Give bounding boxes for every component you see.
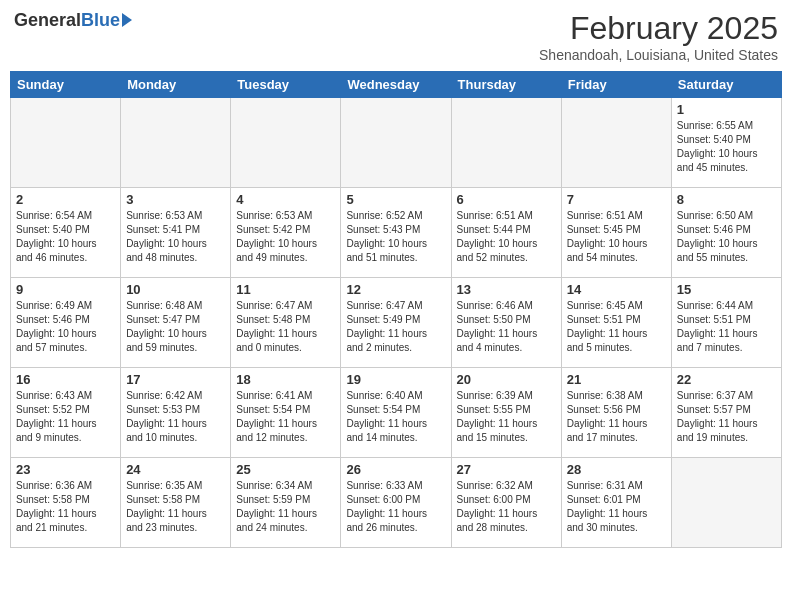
calendar-cell: 17Sunrise: 6:42 AM Sunset: 5:53 PM Dayli… bbox=[121, 368, 231, 458]
day-info: Sunrise: 6:39 AM Sunset: 5:55 PM Dayligh… bbox=[457, 389, 556, 445]
day-info: Sunrise: 6:41 AM Sunset: 5:54 PM Dayligh… bbox=[236, 389, 335, 445]
calendar-cell: 13Sunrise: 6:46 AM Sunset: 5:50 PM Dayli… bbox=[451, 278, 561, 368]
day-number: 19 bbox=[346, 372, 445, 387]
calendar-week-row: 1Sunrise: 6:55 AM Sunset: 5:40 PM Daylig… bbox=[11, 98, 782, 188]
day-number: 12 bbox=[346, 282, 445, 297]
day-info: Sunrise: 6:53 AM Sunset: 5:42 PM Dayligh… bbox=[236, 209, 335, 265]
calendar-cell: 2Sunrise: 6:54 AM Sunset: 5:40 PM Daylig… bbox=[11, 188, 121, 278]
calendar-header-row: SundayMondayTuesdayWednesdayThursdayFrid… bbox=[11, 72, 782, 98]
day-info: Sunrise: 6:54 AM Sunset: 5:40 PM Dayligh… bbox=[16, 209, 115, 265]
day-number: 1 bbox=[677, 102, 776, 117]
day-number: 11 bbox=[236, 282, 335, 297]
calendar-cell bbox=[11, 98, 121, 188]
day-number: 17 bbox=[126, 372, 225, 387]
day-number: 2 bbox=[16, 192, 115, 207]
calendar-cell: 23Sunrise: 6:36 AM Sunset: 5:58 PM Dayli… bbox=[11, 458, 121, 548]
day-number: 21 bbox=[567, 372, 666, 387]
day-number: 6 bbox=[457, 192, 556, 207]
calendar-cell: 4Sunrise: 6:53 AM Sunset: 5:42 PM Daylig… bbox=[231, 188, 341, 278]
calendar-cell: 26Sunrise: 6:33 AM Sunset: 6:00 PM Dayli… bbox=[341, 458, 451, 548]
day-number: 20 bbox=[457, 372, 556, 387]
day-number: 28 bbox=[567, 462, 666, 477]
day-number: 24 bbox=[126, 462, 225, 477]
calendar-cell: 24Sunrise: 6:35 AM Sunset: 5:58 PM Dayli… bbox=[121, 458, 231, 548]
calendar-cell: 22Sunrise: 6:37 AM Sunset: 5:57 PM Dayli… bbox=[671, 368, 781, 458]
day-number: 26 bbox=[346, 462, 445, 477]
calendar-week-row: 23Sunrise: 6:36 AM Sunset: 5:58 PM Dayli… bbox=[11, 458, 782, 548]
day-info: Sunrise: 6:36 AM Sunset: 5:58 PM Dayligh… bbox=[16, 479, 115, 535]
day-info: Sunrise: 6:44 AM Sunset: 5:51 PM Dayligh… bbox=[677, 299, 776, 355]
calendar-cell: 11Sunrise: 6:47 AM Sunset: 5:48 PM Dayli… bbox=[231, 278, 341, 368]
day-info: Sunrise: 6:38 AM Sunset: 5:56 PM Dayligh… bbox=[567, 389, 666, 445]
day-number: 15 bbox=[677, 282, 776, 297]
day-info: Sunrise: 6:32 AM Sunset: 6:00 PM Dayligh… bbox=[457, 479, 556, 535]
calendar-cell: 20Sunrise: 6:39 AM Sunset: 5:55 PM Dayli… bbox=[451, 368, 561, 458]
calendar-cell: 9Sunrise: 6:49 AM Sunset: 5:46 PM Daylig… bbox=[11, 278, 121, 368]
weekday-header: Thursday bbox=[451, 72, 561, 98]
day-number: 8 bbox=[677, 192, 776, 207]
logo: General Blue bbox=[14, 10, 132, 31]
calendar-cell: 8Sunrise: 6:50 AM Sunset: 5:46 PM Daylig… bbox=[671, 188, 781, 278]
weekday-header: Saturday bbox=[671, 72, 781, 98]
day-info: Sunrise: 6:45 AM Sunset: 5:51 PM Dayligh… bbox=[567, 299, 666, 355]
calendar-cell: 21Sunrise: 6:38 AM Sunset: 5:56 PM Dayli… bbox=[561, 368, 671, 458]
logo-blue-text: Blue bbox=[81, 10, 120, 31]
calendar-week-row: 16Sunrise: 6:43 AM Sunset: 5:52 PM Dayli… bbox=[11, 368, 782, 458]
day-info: Sunrise: 6:50 AM Sunset: 5:46 PM Dayligh… bbox=[677, 209, 776, 265]
calendar-cell: 15Sunrise: 6:44 AM Sunset: 5:51 PM Dayli… bbox=[671, 278, 781, 368]
day-number: 9 bbox=[16, 282, 115, 297]
day-number: 13 bbox=[457, 282, 556, 297]
day-number: 4 bbox=[236, 192, 335, 207]
weekday-header: Friday bbox=[561, 72, 671, 98]
day-number: 7 bbox=[567, 192, 666, 207]
calendar-cell: 7Sunrise: 6:51 AM Sunset: 5:45 PM Daylig… bbox=[561, 188, 671, 278]
weekday-header: Monday bbox=[121, 72, 231, 98]
day-number: 27 bbox=[457, 462, 556, 477]
day-number: 22 bbox=[677, 372, 776, 387]
calendar-cell: 14Sunrise: 6:45 AM Sunset: 5:51 PM Dayli… bbox=[561, 278, 671, 368]
calendar-cell: 27Sunrise: 6:32 AM Sunset: 6:00 PM Dayli… bbox=[451, 458, 561, 548]
day-info: Sunrise: 6:47 AM Sunset: 5:49 PM Dayligh… bbox=[346, 299, 445, 355]
day-info: Sunrise: 6:51 AM Sunset: 5:45 PM Dayligh… bbox=[567, 209, 666, 265]
day-info: Sunrise: 6:47 AM Sunset: 5:48 PM Dayligh… bbox=[236, 299, 335, 355]
logo-arrow-icon bbox=[122, 13, 132, 27]
calendar-cell: 19Sunrise: 6:40 AM Sunset: 5:54 PM Dayli… bbox=[341, 368, 451, 458]
calendar-cell bbox=[231, 98, 341, 188]
calendar-cell bbox=[671, 458, 781, 548]
day-info: Sunrise: 6:53 AM Sunset: 5:41 PM Dayligh… bbox=[126, 209, 225, 265]
calendar-cell bbox=[451, 98, 561, 188]
day-info: Sunrise: 6:52 AM Sunset: 5:43 PM Dayligh… bbox=[346, 209, 445, 265]
day-number: 14 bbox=[567, 282, 666, 297]
day-number: 23 bbox=[16, 462, 115, 477]
day-info: Sunrise: 6:48 AM Sunset: 5:47 PM Dayligh… bbox=[126, 299, 225, 355]
calendar-cell: 5Sunrise: 6:52 AM Sunset: 5:43 PM Daylig… bbox=[341, 188, 451, 278]
page-header: General Blue February 2025 Shenandoah, L… bbox=[10, 10, 782, 63]
calendar-cell bbox=[121, 98, 231, 188]
logo-general-text: General bbox=[14, 10, 81, 31]
calendar-cell: 16Sunrise: 6:43 AM Sunset: 5:52 PM Dayli… bbox=[11, 368, 121, 458]
day-info: Sunrise: 6:49 AM Sunset: 5:46 PM Dayligh… bbox=[16, 299, 115, 355]
day-info: Sunrise: 6:55 AM Sunset: 5:40 PM Dayligh… bbox=[677, 119, 776, 175]
calendar-cell: 10Sunrise: 6:48 AM Sunset: 5:47 PM Dayli… bbox=[121, 278, 231, 368]
day-info: Sunrise: 6:51 AM Sunset: 5:44 PM Dayligh… bbox=[457, 209, 556, 265]
calendar-cell: 28Sunrise: 6:31 AM Sunset: 6:01 PM Dayli… bbox=[561, 458, 671, 548]
calendar-cell: 12Sunrise: 6:47 AM Sunset: 5:49 PM Dayli… bbox=[341, 278, 451, 368]
day-number: 3 bbox=[126, 192, 225, 207]
location-title: Shenandoah, Louisiana, United States bbox=[539, 47, 778, 63]
calendar-cell bbox=[341, 98, 451, 188]
weekday-header: Sunday bbox=[11, 72, 121, 98]
day-info: Sunrise: 6:34 AM Sunset: 5:59 PM Dayligh… bbox=[236, 479, 335, 535]
calendar-cell: 1Sunrise: 6:55 AM Sunset: 5:40 PM Daylig… bbox=[671, 98, 781, 188]
calendar-week-row: 9Sunrise: 6:49 AM Sunset: 5:46 PM Daylig… bbox=[11, 278, 782, 368]
weekday-header: Wednesday bbox=[341, 72, 451, 98]
calendar-cell: 25Sunrise: 6:34 AM Sunset: 5:59 PM Dayli… bbox=[231, 458, 341, 548]
day-info: Sunrise: 6:31 AM Sunset: 6:01 PM Dayligh… bbox=[567, 479, 666, 535]
day-info: Sunrise: 6:35 AM Sunset: 5:58 PM Dayligh… bbox=[126, 479, 225, 535]
title-block: February 2025 Shenandoah, Louisiana, Uni… bbox=[539, 10, 778, 63]
day-number: 10 bbox=[126, 282, 225, 297]
day-number: 5 bbox=[346, 192, 445, 207]
day-info: Sunrise: 6:37 AM Sunset: 5:57 PM Dayligh… bbox=[677, 389, 776, 445]
calendar-cell: 3Sunrise: 6:53 AM Sunset: 5:41 PM Daylig… bbox=[121, 188, 231, 278]
calendar-table: SundayMondayTuesdayWednesdayThursdayFrid… bbox=[10, 71, 782, 548]
calendar-cell bbox=[561, 98, 671, 188]
